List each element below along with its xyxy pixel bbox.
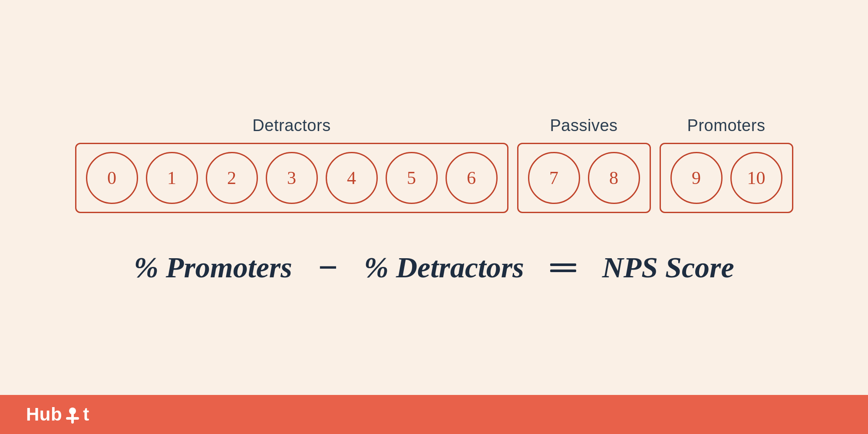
circle-10[interactable]: 10 — [730, 152, 782, 204]
promoters-group: Promoters 9 10 — [660, 116, 793, 213]
equals-line-bottom — [550, 270, 576, 272]
detractors-box: 0 1 2 3 4 5 6 — [75, 143, 508, 213]
circle-5[interactable]: 5 — [386, 152, 438, 204]
promoters-box: 9 10 — [660, 143, 793, 213]
equals-line-top — [550, 263, 576, 266]
main-content: Detractors 0 1 2 3 4 5 6 Passives 7 8 Pr… — [0, 0, 868, 395]
formula-term2: % Detractors — [364, 250, 524, 285]
circle-1[interactable]: 1 — [146, 152, 198, 204]
circle-6[interactable]: 6 — [446, 152, 498, 204]
passives-group: Passives 7 8 — [517, 116, 651, 213]
categories-section: Detractors 0 1 2 3 4 5 6 Passives 7 8 Pr… — [35, 116, 833, 213]
footer: Hub t — [0, 395, 868, 434]
formula-equals-symbol — [550, 263, 576, 272]
hubspot-logo: Hub t — [26, 404, 89, 425]
circle-7[interactable]: 7 — [528, 152, 580, 204]
circle-8[interactable]: 8 — [588, 152, 640, 204]
formula-minus-operator: − — [318, 248, 338, 287]
formula-result: NPS Score — [602, 250, 734, 285]
passives-box: 7 8 — [517, 143, 651, 213]
detractors-label: Detractors — [252, 116, 330, 135]
detractors-group: Detractors 0 1 2 3 4 5 6 — [75, 116, 508, 213]
hubspot-brand-text2: t — [83, 404, 89, 425]
promoters-label: Promoters — [687, 116, 766, 135]
circle-9[interactable]: 9 — [670, 152, 723, 204]
circle-4[interactable]: 4 — [326, 152, 378, 204]
hubspot-brand-text: Hub — [26, 404, 62, 425]
passives-label: Passives — [550, 116, 617, 135]
circle-3[interactable]: 3 — [266, 152, 318, 204]
hubspot-dot-icon — [63, 405, 82, 424]
circle-0[interactable]: 0 — [86, 152, 138, 204]
formula-section: % Promoters − % Detractors NPS Score — [134, 248, 734, 287]
formula-term1: % Promoters — [134, 250, 292, 285]
circle-2[interactable]: 2 — [206, 152, 258, 204]
